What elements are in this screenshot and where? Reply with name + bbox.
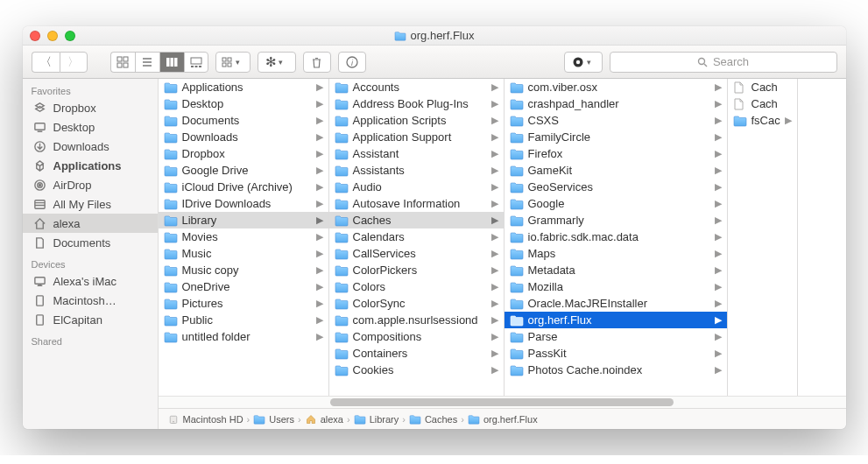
file-row[interactable]: Dropbox▶ <box>159 145 328 162</box>
file-row[interactable]: Google Drive▶ <box>159 162 328 179</box>
file-row[interactable]: Downloads▶ <box>159 129 328 145</box>
gallery-view-button[interactable] <box>184 52 208 73</box>
file-row[interactable]: GeoServices▶ <box>505 179 727 195</box>
sidebar-item[interactable]: alexa <box>23 214 158 233</box>
file-row[interactable]: untitled folder▶ <box>159 328 328 345</box>
file-row[interactable]: Metadata▶ <box>505 262 727 278</box>
file-row[interactable]: Firefox▶ <box>505 145 727 162</box>
sidebar-item[interactable]: Alexa's iMac <box>23 271 158 291</box>
file-row[interactable]: CSXS▶ <box>505 112 727 129</box>
file-row[interactable]: io.fabric.sdk.mac.data▶ <box>505 228 727 245</box>
file-row[interactable]: com.viber.osx▶ <box>505 79 727 95</box>
folder-icon <box>164 281 178 293</box>
file-row[interactable]: Cookies▶ <box>329 362 504 378</box>
file-row[interactable]: Caches▶ <box>329 212 504 228</box>
path-item[interactable]: alexa <box>305 414 343 425</box>
file-row[interactable]: FamilyCircle▶ <box>505 129 727 145</box>
file-row[interactable]: Music▶ <box>159 245 328 262</box>
file-row[interactable]: Address Book Plug-Ins▶ <box>329 95 504 112</box>
info-button[interactable]: i <box>338 52 366 73</box>
list-view-button[interactable] <box>135 52 159 73</box>
file-column[interactable]: Accounts▶Address Book Plug-Ins▶Applicati… <box>329 79 505 396</box>
file-row[interactable]: Google▶ <box>505 195 727 212</box>
file-row[interactable]: Maps▶ <box>505 245 727 262</box>
file-row[interactable]: Grammarly▶ <box>505 212 727 228</box>
file-row[interactable]: CallServices▶ <box>329 245 504 262</box>
back-button[interactable]: 〈 <box>32 52 60 73</box>
file-row[interactable]: OneDrive▶ <box>159 278 328 295</box>
dropbox-toolbar-button[interactable]: ▾ <box>564 52 603 73</box>
file-row[interactable]: com.apple.nsurlsessiond▶ <box>329 312 504 328</box>
file-row[interactable]: Application Scripts▶ <box>329 112 504 129</box>
file-row[interactable]: Photos Cache.noindex▶ <box>505 362 727 378</box>
file-row[interactable]: Application Support▶ <box>329 129 504 145</box>
file-row[interactable]: Public▶ <box>159 312 328 328</box>
svg-rect-37 <box>37 314 44 324</box>
sidebar-item[interactable]: Applications <box>23 156 158 175</box>
path-item[interactable]: org.herf.Flux <box>468 414 538 425</box>
file-row[interactable]: crashpad_handler▶ <box>505 95 727 112</box>
file-row[interactable]: Containers▶ <box>329 345 504 362</box>
action-button[interactable]: ✻▾ <box>258 52 296 73</box>
file-column[interactable]: CachCachfsCac▶ <box>728 79 798 396</box>
file-row[interactable]: Assistant▶ <box>329 145 504 162</box>
file-row[interactable]: Applications▶ <box>159 79 328 95</box>
file-row[interactable]: GameKit▶ <box>505 162 727 179</box>
path-item[interactable]: Caches <box>409 414 457 425</box>
horizontal-scrollbar[interactable] <box>159 396 846 408</box>
file-row[interactable]: PassKit▶ <box>505 345 727 362</box>
file-label: FamilyCircle <box>528 130 591 144</box>
sidebar-item[interactable]: Dropbox <box>23 98 158 117</box>
file-row[interactable]: Cach <box>728 79 797 95</box>
disclosure-arrow-icon: ▶ <box>491 298 500 309</box>
file-row[interactable]: Mozilla▶ <box>505 278 727 295</box>
file-row[interactable]: Audio▶ <box>329 179 504 195</box>
sidebar-item[interactable]: Downloads <box>23 137 158 156</box>
file-row[interactable]: Movies▶ <box>159 228 328 245</box>
path-item[interactable]: Macintosh HD <box>167 414 243 425</box>
icon-view-button[interactable] <box>110 52 135 73</box>
file-column[interactable]: com.viber.osx▶crashpad_handler▶CSXS▶Fami… <box>505 79 728 396</box>
file-row[interactable]: Colors▶ <box>329 278 504 295</box>
file-row[interactable]: ColorPickers▶ <box>329 262 504 278</box>
path-item[interactable]: Users <box>253 414 294 425</box>
file-row[interactable]: Accounts▶ <box>329 79 504 95</box>
file-row[interactable]: Autosave Information▶ <box>329 195 504 212</box>
file-row[interactable]: ColorSync▶ <box>329 295 504 312</box>
disclosure-arrow-icon: ▶ <box>491 231 500 243</box>
file-row[interactable]: Calendars▶ <box>329 228 504 245</box>
file-row[interactable]: Documents▶ <box>159 112 328 129</box>
file-row[interactable]: IDrive Downloads▶ <box>159 195 328 212</box>
sidebar-item[interactable]: All My Files <box>23 194 158 214</box>
file-row[interactable]: Parse▶ <box>505 328 727 345</box>
file-row[interactable]: Cach <box>728 95 797 112</box>
minimize-button[interactable] <box>47 31 58 41</box>
file-column[interactable]: Applications▶Desktop▶Documents▶Downloads… <box>159 79 329 396</box>
trash-button[interactable] <box>303 52 331 73</box>
path-item[interactable]: Library <box>354 414 399 425</box>
file-row[interactable]: Desktop▶ <box>159 95 328 112</box>
file-row[interactable]: Assistants▶ <box>329 162 504 179</box>
file-row[interactable]: Oracle.MacJREInstaller▶ <box>505 295 727 312</box>
arrange-button[interactable]: ▾ <box>215 52 251 73</box>
forward-button[interactable]: 〉 <box>60 52 88 73</box>
sidebar-item[interactable]: AirDrop <box>23 175 158 194</box>
file-row[interactable]: iCloud Drive (Archive)▶ <box>159 179 328 195</box>
sidebar-item[interactable]: ElCapitan <box>23 310 158 329</box>
file-row[interactable]: Library▶ <box>159 212 328 228</box>
file-row[interactable]: Compositions▶ <box>329 328 504 345</box>
sidebar-item[interactable]: Desktop <box>23 117 158 137</box>
file-label: Containers <box>353 347 408 360</box>
sidebar-item[interactable]: Macintosh… <box>23 291 158 310</box>
sidebar-item[interactable]: Documents <box>23 233 158 252</box>
disclosure-arrow-icon: ▶ <box>715 148 723 159</box>
file-row[interactable]: fsCac▶ <box>728 112 797 129</box>
zoom-button[interactable] <box>65 31 75 41</box>
file-row[interactable]: Music copy▶ <box>159 262 328 278</box>
search-field[interactable]: Search <box>610 52 837 73</box>
column-view-button[interactable] <box>159 52 184 73</box>
file-row[interactable]: org.herf.Flux▶ <box>505 312 727 328</box>
close-button[interactable] <box>30 31 40 41</box>
file-row[interactable]: Pictures▶ <box>159 295 328 312</box>
titlebar[interactable]: org.herf.Flux <box>23 26 846 46</box>
